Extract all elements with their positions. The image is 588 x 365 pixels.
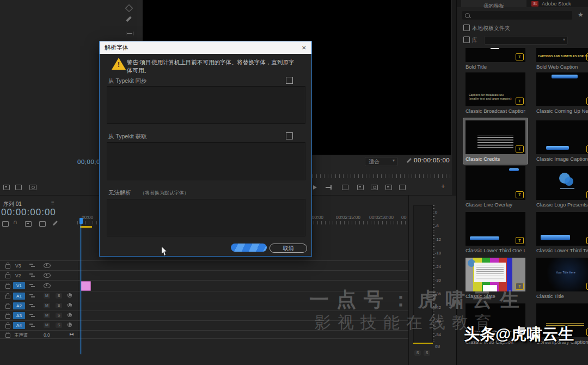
- template-label: Classic Web Caption: [465, 339, 525, 345]
- voiceover-mic-icon[interactable]: [69, 303, 71, 306]
- export-frame-icon[interactable]: [371, 185, 378, 190]
- lock-icon[interactable]: [5, 284, 10, 289]
- timeline-display-icon[interactable]: [39, 221, 46, 227]
- fit-timeline-icon[interactable]: ▸◂: [70, 331, 72, 337]
- template-classic-web-caption[interactable]: Captions and Subtitles for online use T …: [465, 303, 525, 345]
- sync-lock-icon[interactable]: [29, 313, 35, 318]
- lock-icon[interactable]: [5, 295, 10, 299]
- sync-lock-icon[interactable]: [29, 323, 35, 328]
- playhead-line[interactable]: [81, 218, 81, 354]
- template-contemporary-caption[interactable]: T Contemporary Caption: [536, 303, 588, 345]
- typekit-acquire-checkbox[interactable]: [286, 132, 293, 139]
- program-time-ruler[interactable]: [313, 174, 451, 178]
- insert-icon[interactable]: [3, 185, 10, 190]
- track-target-chip[interactable]: A1: [13, 293, 25, 300]
- play-icon[interactable]: [313, 185, 317, 190]
- export-frame-icon[interactable]: [29, 185, 36, 190]
- sync-lock-icon[interactable]: [29, 303, 35, 308]
- tab-my-templates[interactable]: 我的模板: [461, 0, 526, 7]
- comparison-view-icon[interactable]: [385, 185, 392, 190]
- lock-icon[interactable]: [5, 264, 10, 269]
- lock-icon[interactable]: [5, 314, 10, 319]
- track-name[interactable]: V3: [15, 263, 21, 269]
- template-classic-broadcast-caption[interactable]: Captions for broadcast use (smaller text…: [465, 72, 525, 114]
- solo-button[interactable]: S: [56, 293, 62, 299]
- sync-lock-icon[interactable]: [29, 273, 35, 278]
- sync-lock-icon[interactable]: [29, 263, 35, 268]
- graphic-clip[interactable]: [81, 281, 91, 291]
- tab-adobe-stock[interactable]: Adobe Stock: [542, 1, 571, 7]
- track-target-chip[interactable]: V1: [13, 282, 25, 289]
- mute-button[interactable]: M: [44, 323, 50, 328]
- overwrite-icon[interactable]: [15, 185, 22, 190]
- solo-button[interactable]: S: [56, 313, 62, 318]
- settings-wrench-icon[interactable]: [406, 158, 412, 164]
- linked-selection-icon[interactable]: [25, 221, 32, 227]
- program-timecode[interactable]: 00:00:05:00: [414, 157, 450, 163]
- timeline-settings-wrench-icon[interactable]: [52, 221, 58, 227]
- zoom-level-select[interactable]: 适合 ▾: [365, 157, 397, 166]
- razor-tool-icon[interactable]: [126, 16, 132, 22]
- search-input[interactable]: [462, 11, 572, 20]
- template-classic-slate[interactable]: T Classic Slate: [465, 258, 525, 299]
- mute-button[interactable]: M: [44, 313, 50, 318]
- lock-icon[interactable]: [5, 274, 10, 278]
- typekit-sync-list[interactable]: [107, 86, 305, 124]
- track-select-tool-icon[interactable]: [125, 4, 133, 12]
- dialog-title-bar[interactable]: 解析字体 ×: [100, 41, 311, 54]
- step-forward-icon[interactable]: [326, 187, 331, 188]
- unresolved-list[interactable]: [107, 199, 305, 236]
- lock-icon[interactable]: [5, 324, 10, 328]
- sync-lock-icon[interactable]: [29, 294, 35, 299]
- extract-icon[interactable]: [357, 185, 364, 190]
- lock-icon[interactable]: [5, 333, 10, 338]
- template-classic-lower-third-one-line[interactable]: T Classic Lower Third One Line: [465, 212, 525, 253]
- solo-button[interactable]: S: [56, 323, 62, 328]
- snap-icon[interactable]: ∩: [13, 218, 17, 225]
- voiceover-mic-icon[interactable]: [69, 293, 71, 296]
- template-classic-logo-presents[interactable]: T Classic Logo Presents: [536, 166, 588, 208]
- template-bold-web-caption[interactable]: CAPTIONS AND SUBTITLES FOR ONLINE USE T …: [536, 48, 588, 70]
- template-bold-title[interactable]: T Bold Title: [465, 48, 525, 70]
- panel-menu-icon[interactable]: ≡: [51, 200, 54, 206]
- track-target-chip[interactable]: A2: [13, 302, 25, 309]
- local-templates-checkbox[interactable]: [463, 25, 470, 31]
- sync-lock-icon[interactable]: [29, 283, 35, 288]
- voiceover-mic-icon[interactable]: [69, 323, 71, 326]
- lift-icon[interactable]: [342, 185, 348, 190]
- mute-button[interactable]: M: [44, 293, 50, 299]
- playhead-handle[interactable]: [79, 218, 83, 224]
- close-icon[interactable]: ×: [302, 41, 306, 54]
- cancel-button[interactable]: 取消: [270, 244, 307, 253]
- template-classic-lower-third-two-lines[interactable]: T Classic Lower Third Two Lines: [536, 212, 588, 253]
- ok-button-progress[interactable]: [231, 244, 267, 252]
- button-editor-plus[interactable]: +: [441, 182, 445, 190]
- sequence-timecode[interactable]: 00:00:00:00: [1, 207, 56, 218]
- template-classic-coming-up-next[interactable]: T Classic Coming Up Next: [536, 72, 588, 114]
- track-output-eye-icon[interactable]: [44, 283, 51, 288]
- lock-icon[interactable]: [5, 305, 10, 309]
- track-output-eye-icon[interactable]: [44, 273, 51, 278]
- mute-button[interactable]: M: [44, 303, 50, 308]
- template-classic-image-caption[interactable]: T Classic Image Caption: [536, 120, 588, 162]
- favorites-star-icon[interactable]: ★: [578, 11, 584, 19]
- solo-button[interactable]: S: [56, 303, 62, 308]
- track-target-chip[interactable]: A3: [13, 312, 25, 319]
- track-name[interactable]: V2: [15, 273, 21, 278]
- track-output-eye-icon[interactable]: [44, 263, 51, 268]
- master-volume-value[interactable]: 0.0: [44, 332, 50, 338]
- template-classic-live-overlay[interactable]: T Classic Live Overlay: [465, 166, 525, 208]
- voiceover-mic-icon[interactable]: [69, 313, 71, 316]
- add-marker-icon[interactable]: [2, 221, 9, 227]
- typekit-sync-checkbox[interactable]: [286, 77, 293, 84]
- typekit-acquire-list[interactable]: [107, 142, 305, 180]
- template-classic-credits[interactable]: T Classic Credits: [463, 118, 528, 164]
- track-target-chip[interactable]: A4: [13, 322, 25, 329]
- template-classic-title[interactable]: Your Title Here T Classic Title: [536, 258, 588, 299]
- library-checkbox[interactable]: [463, 36, 470, 43]
- multi-camera-icon[interactable]: [399, 185, 406, 190]
- solo-left-button[interactable]: S: [414, 350, 421, 356]
- solo-right-button[interactable]: S: [424, 350, 430, 356]
- slip-tool-icon[interactable]: [126, 32, 133, 35]
- library-select[interactable]: ▾: [484, 36, 568, 45]
